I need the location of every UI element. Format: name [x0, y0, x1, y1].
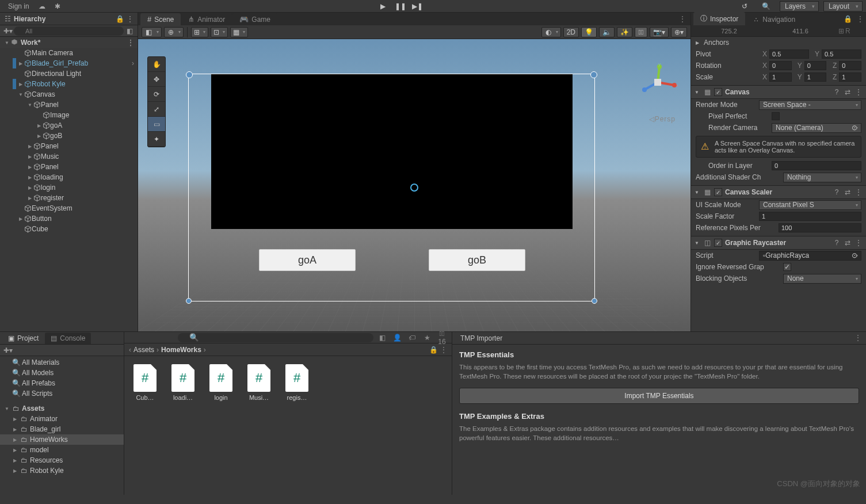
help-icon[interactable]: ? — [833, 88, 841, 96]
canvas-outline[interactable] — [188, 74, 595, 301]
project-folder[interactable]: ▶🗀model — [0, 445, 124, 455]
signin-button[interactable]: Sign in — [3, 1, 34, 12]
debug-draw-dropdown[interactable]: ◐ — [541, 27, 561, 37]
assets-grid[interactable]: #Cub…#loadi…#login#Musi…#regis… — [124, 357, 452, 495]
tab-console[interactable]: ▤Console — [45, 333, 91, 344]
hierarchy-item[interactable]: Main Camera — [0, 48, 138, 58]
help-icon[interactable]: ? — [833, 188, 841, 196]
snap-grid-dropdown[interactable]: ▦ — [230, 27, 248, 37]
order-in-layer-input[interactable] — [772, 161, 861, 170]
tab-scene[interactable]: #Scene — [140, 13, 181, 25]
snap-inc-dropdown[interactable]: ⊡ — [211, 27, 228, 37]
blocking-objects-dropdown[interactable]: None — [783, 274, 861, 284]
hierarchy-item[interactable]: ▶Blade_Girl_Prefab› — [0, 58, 138, 68]
asset-item[interactable]: #regis… — [283, 364, 311, 401]
ignore-reversed-checkbox[interactable]: ✓ — [783, 263, 791, 271]
component-canvas-header[interactable]: ▼▦Canvas?⇄⋮ — [691, 85, 866, 99]
hierarchy-item[interactable]: ▶Panel — [0, 141, 138, 151]
asset-item[interactable]: #login — [207, 364, 235, 401]
scale-y-input[interactable] — [804, 72, 827, 82]
hierarchy-item[interactable]: ▼Panel — [0, 100, 138, 110]
grid-snap-dropdown[interactable]: ⊞ — [191, 27, 208, 37]
pivot-x-input[interactable] — [769, 49, 809, 59]
comp-menu-icon[interactable]: ⋮ — [854, 239, 863, 247]
rotation-y-input[interactable] — [804, 61, 827, 70]
insp-lock-icon[interactable]: 🔒 — [841, 13, 854, 25]
hierarchy-item[interactable]: Cube — [0, 224, 138, 234]
hierarchy-item[interactable]: EventSystem — [0, 203, 138, 213]
layout-dropdown[interactable]: Layout — [823, 1, 863, 12]
crumb-assets[interactable]: Assets — [133, 346, 154, 354]
hierarchy-item[interactable]: ▶Robot Kyle — [0, 79, 138, 89]
search-by-type-icon[interactable]: ◧ — [124, 27, 135, 35]
more-icon[interactable]: ⋮ — [126, 15, 134, 23]
layers-dropdown[interactable]: Layers — [780, 1, 819, 12]
tab-navigation[interactable]: ⛬Navigation — [746, 14, 802, 25]
project-folder[interactable]: ▶🗀Animator — [0, 414, 124, 424]
anchor-presets-icon[interactable]: ⊞ — [838, 27, 844, 35]
camera-icon[interactable]: 📷▾ — [650, 27, 669, 37]
rect-tool[interactable]: ▭ — [148, 117, 165, 132]
preset-icon[interactable]: ⇄ — [844, 88, 852, 96]
asset-item[interactable]: #Cub… — [131, 364, 159, 401]
hierarchy-item[interactable]: ▶Music — [0, 151, 138, 162]
ui-button-gob[interactable]: goB — [429, 249, 525, 271]
ui-scale-mode-dropdown[interactable]: Constant Pixel S — [759, 200, 861, 210]
scene-row[interactable]: ▼ Work* ⋮ — [0, 37, 138, 48]
comp-menu-icon[interactable]: ⋮ — [854, 188, 863, 196]
scale-tool[interactable]: ⤢ — [148, 102, 165, 117]
tab-tmp-importer[interactable]: TMP Importer — [455, 333, 508, 344]
create-dropdown[interactable]: ✚▾ — [2, 27, 14, 35]
project-filter[interactable]: 🔍All Materials — [0, 357, 124, 368]
search-icon[interactable]: 🔍 — [758, 1, 775, 12]
lighting-icon[interactable]: 💡 — [581, 27, 597, 37]
create-asset-dropdown[interactable]: ✚▾ — [2, 346, 14, 354]
preset-icon[interactable]: ⇄ — [844, 239, 852, 247]
project-filter[interactable]: 🔍All Prefabs — [0, 378, 124, 388]
step-button[interactable]: ▶❚ — [409, 1, 426, 12]
project-folder[interactable]: ▶🗀Blade_girl — [0, 424, 124, 434]
tab-inspector[interactable]: ⓘInspector — [693, 12, 745, 25]
tab-animator[interactable]: ⋔Animator — [181, 13, 232, 25]
project-tree[interactable]: 🔍All Materials🔍All Models🔍All Prefabs🔍Al… — [0, 356, 124, 495]
tab-menu-icon[interactable]: ⋮ — [674, 13, 690, 25]
gizmos-icon[interactable]: ⊕▾ — [671, 27, 687, 37]
filter-by-label-icon-2[interactable]: 🏷 — [406, 334, 418, 342]
tmp-menu-icon[interactable]: ⋮ — [852, 331, 864, 344]
hierarchy-tree[interactable]: ▼ Work* ⋮ Main Camera▶Blade_Girl_Prefab›… — [0, 37, 138, 331]
render-mode-dropdown[interactable]: Screen Space - — [759, 100, 861, 110]
hierarchy-item[interactable]: ▶login — [0, 182, 138, 193]
raycaster-enabled-checkbox[interactable] — [714, 239, 722, 247]
ui-button-goa[interactable]: goA — [259, 249, 356, 271]
pause-button[interactable]: ❚❚ — [392, 1, 409, 12]
filter-by-type-icon[interactable]: ◧ — [376, 334, 388, 342]
assets-lock-icon[interactable]: 🔒 — [429, 346, 438, 354]
scene-viewport[interactable]: goA goB ✋ ✥ ⟳ ⤢ ▭ ✦ x y ◁Persp — [138, 39, 690, 331]
fx-icon[interactable]: ✨ — [617, 27, 632, 37]
hierarchy-item[interactable]: ▶goA — [0, 120, 138, 131]
tab-project[interactable]: ▣Project — [2, 333, 44, 344]
project-folder[interactable]: ▶🗀Resources — [0, 455, 124, 465]
project-folder[interactable]: ▶🗀HomeWorks — [0, 434, 124, 445]
draw-mode-dropdown[interactable]: ◧ — [142, 27, 162, 37]
preset-icon[interactable]: ⇄ — [844, 188, 852, 196]
hierarchy-search-input[interactable] — [14, 26, 124, 36]
help-icon[interactable]: ? — [833, 239, 841, 247]
project-filter[interactable]: 🔍All Scripts — [0, 388, 124, 399]
component-canvas-scaler-header[interactable]: ▼▦Canvas Scaler?⇄⋮ — [691, 185, 866, 199]
assets-search-input[interactable] — [178, 333, 373, 342]
audio-icon[interactable]: 🔈 — [599, 27, 615, 37]
canvas-enabled-checkbox[interactable] — [714, 88, 722, 96]
project-filter[interactable]: 🔍All Models — [0, 368, 124, 378]
script-field[interactable]: ▫GraphicRayca⊙ — [759, 251, 861, 261]
tab-game[interactable]: 🎮Game — [232, 13, 277, 25]
shading-dropdown[interactable]: ⊕ — [164, 27, 184, 37]
scale-z-input[interactable] — [839, 72, 861, 82]
asset-item[interactable]: #loadi… — [169, 364, 197, 401]
hierarchy-item[interactable]: ▶goB — [0, 131, 138, 141]
transform-tool[interactable]: ✦ — [148, 132, 165, 147]
rotation-z-input[interactable] — [839, 61, 861, 70]
import-tmp-essentials-button[interactable]: Import TMP Essentials — [459, 388, 859, 404]
favorite-filter-icon[interactable]: ★ — [421, 334, 433, 342]
undo-history-icon[interactable]: ↺ — [736, 1, 753, 12]
